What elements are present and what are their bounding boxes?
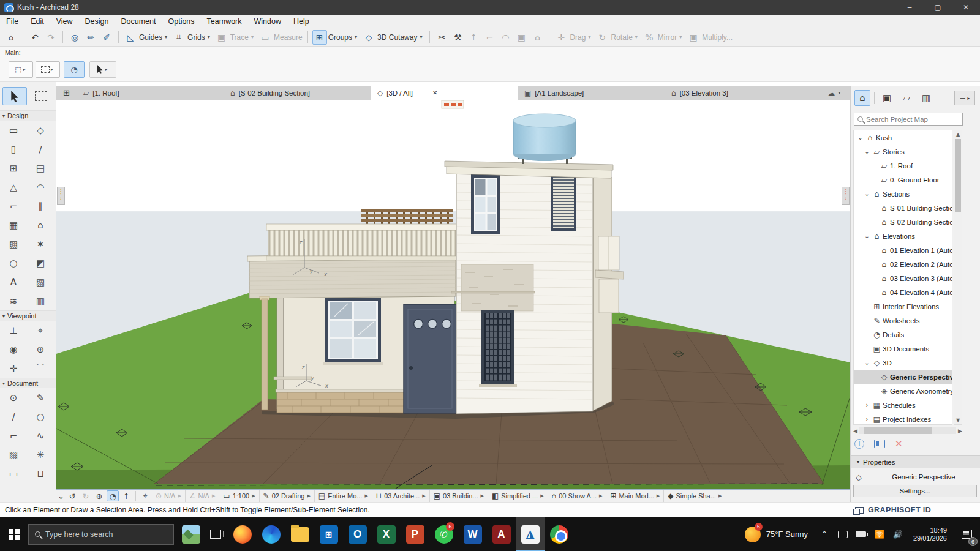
minimize-button[interactable]: –: [895, 0, 924, 15]
menu-file[interactable]: File: [0, 15, 24, 28]
worksheet-tool[interactable]: ⊕: [27, 340, 54, 359]
guides-icon[interactable]: ◺: [123, 30, 138, 45]
zoom-in-icon[interactable]: ⊕: [93, 490, 105, 501]
split-icon[interactable]: ✂: [434, 30, 449, 45]
pen-set-dropdown[interactable]: ✎ 02 Drafting ▶: [260, 490, 315, 502]
structure-display-dropdown[interactable]: ⊞ Main Mod... ▶: [606, 490, 664, 502]
search-highlights-button[interactable]: [179, 517, 203, 551]
drawing-tool[interactable]: ▭: [0, 464, 27, 483]
tree-item-stories[interactable]: ⌄▱Stories: [854, 144, 952, 159]
circle-tool[interactable]: ○: [27, 407, 54, 426]
clock[interactable]: 18:49 29/01/2026: [907, 527, 953, 542]
tree-item-ground-floor[interactable]: ▱0. Ground Floor: [854, 173, 952, 187]
tree-item-elevation-2[interactable]: ⌂02 Elevation 2 (Auto: [854, 257, 952, 271]
tab-elevation[interactable]: ⌂ [03 Elevation 3]: [665, 86, 812, 100]
walk-mode-icon[interactable]: ↑: [120, 490, 132, 501]
mirror-caret[interactable]: ▾: [679, 34, 682, 40]
tree-item-elevation-4[interactable]: ⌂04 Elevation 4 (Auto: [854, 285, 952, 299]
home-icon[interactable]: ⌂: [4, 30, 18, 45]
arrow-tool[interactable]: [2, 87, 27, 105]
groups-label[interactable]: Groups: [328, 33, 352, 42]
marquee-select-button[interactable]: ▸: [36, 61, 60, 78]
tree-item-elevations[interactable]: ⌄⌂Elevations: [854, 229, 952, 243]
mesh-tool[interactable]: ▨: [0, 234, 27, 253]
arrow-tool-button[interactable]: ▸: [89, 61, 116, 78]
drag-label[interactable]: Drag: [570, 33, 586, 42]
tree-item-generic-perspective[interactable]: ◇Generic Perspective: [854, 370, 952, 384]
menu-design[interactable]: Design: [79, 15, 115, 28]
close-button[interactable]: ✕: [952, 0, 980, 15]
weather-widget[interactable]: 5 75°F Sunny: [737, 517, 815, 551]
trace-caret[interactable]: ▾: [251, 34, 254, 40]
section-tool[interactable]: ⊥: [0, 321, 27, 340]
taskbar-file-explorer[interactable]: [285, 517, 314, 551]
taskbar-word[interactable]: W: [458, 517, 487, 551]
object-tool[interactable]: ✶: [27, 234, 54, 253]
doc-line-tool[interactable]: ∕: [0, 407, 27, 426]
maximize-button[interactable]: ▢: [924, 0, 952, 15]
cast-icon[interactable]: [834, 517, 852, 551]
rotate-icon[interactable]: ↻: [595, 30, 609, 45]
measure-icon[interactable]: ▭: [258, 30, 273, 45]
tab-section[interactable]: ⌂ [S-02 Building Section]: [224, 86, 371, 100]
quick-options-chevron-icon[interactable]: ⌄: [57, 490, 65, 501]
multiply-icon[interactable]: ▣: [686, 30, 701, 45]
trim-icon[interactable]: ⌐: [482, 30, 497, 45]
layer-combination-dropdown[interactable]: ▤ Entire Mo... ▶: [315, 490, 372, 502]
toolbox-section-viewpoint[interactable]: ▾ Viewpoint: [0, 310, 56, 321]
curtain-wall-tool[interactable]: ▦: [0, 216, 27, 234]
tree-item-s01[interactable]: ⌂S-01 Building Sectio: [854, 201, 952, 215]
3d-viewport[interactable]: z y x z y x: [56, 100, 850, 489]
tree-item-schedules[interactable]: ›▦Schedules: [854, 398, 952, 412]
menu-options[interactable]: Options: [162, 15, 200, 28]
drag-icon[interactable]: ✛: [554, 30, 568, 45]
panel-menu-button[interactable]: ≡ ▸: [954, 91, 975, 105]
taskbar-store[interactable]: ⊞: [314, 517, 343, 551]
cutaway-label[interactable]: 3D Cutaway: [377, 33, 417, 42]
interior-elevation-tool[interactable]: ◉: [0, 340, 27, 359]
tree-item-elevation-1[interactable]: ⌂01 Elevation 1 (Auto: [854, 243, 952, 257]
find-select-icon[interactable]: ◎: [67, 30, 82, 45]
tree-item-details[interactable]: ◔Details: [854, 328, 952, 342]
toolbox-section-document[interactable]: ▾ Document: [0, 378, 56, 388]
taskbar-edge[interactable]: [257, 517, 285, 551]
redo-icon[interactable]: ↷: [43, 30, 58, 45]
tree-item-interior-elevations[interactable]: ⊞Interior Elevations: [854, 299, 952, 313]
shadow-settings-dropdown[interactable]: ◆ Simple Sha... ▶: [664, 490, 725, 502]
railing-tool[interactable]: ∥: [27, 197, 54, 216]
hidden-icons-button[interactable]: ⌃: [815, 517, 834, 551]
adjust-icon[interactable]: ⚒: [450, 30, 465, 45]
zone-tool[interactable]: ⌂: [27, 216, 54, 234]
menu-help[interactable]: Help: [287, 15, 315, 28]
line-tool[interactable]: ≋: [0, 291, 27, 310]
left-pane-handle[interactable]: ⋮⋮: [57, 187, 65, 205]
tree-item-roof[interactable]: ▱1. Roof: [854, 159, 952, 173]
camera-tool[interactable]: ⌒: [27, 359, 54, 378]
elevate-icon[interactable]: ↑: [466, 30, 481, 45]
rotate-label[interactable]: Rotate: [611, 33, 632, 42]
groups-icon[interactable]: ⊞: [312, 30, 327, 45]
layout-book-icon[interactable]: ▱: [899, 90, 914, 106]
taskbar-archicad[interactable]: ◮: [516, 517, 545, 551]
delete-viewpoint-icon[interactable]: ✕: [895, 438, 903, 449]
tab-layout[interactable]: ▣ [A1 Landscape]: [518, 86, 665, 100]
menu-view[interactable]: View: [50, 15, 79, 28]
menu-edit[interactable]: Edit: [24, 15, 50, 28]
inject-parameters-icon[interactable]: ✐: [99, 30, 114, 45]
graphic-override-dropdown[interactable]: ◧ Simplified ... ▶: [488, 490, 548, 502]
text-tool[interactable]: A: [0, 272, 27, 291]
marquee-tool[interactable]: [29, 87, 53, 105]
stair-tool[interactable]: ⌐: [0, 197, 27, 216]
tree-vertical-scrollbar[interactable]: ▲▼: [954, 130, 962, 425]
fillet-icon[interactable]: ◠: [498, 30, 513, 45]
multiply-label[interactable]: Multiply...: [702, 33, 733, 42]
menu-window[interactable]: Window: [248, 15, 287, 28]
trace-icon[interactable]: ▣: [214, 30, 229, 45]
tree-item-kush[interactable]: ⌄⌂Kush: [854, 130, 952, 144]
wifi-icon[interactable]: 🛜: [870, 517, 889, 551]
cutaway-caret[interactable]: ▾: [420, 34, 422, 40]
lamp-tool[interactable]: ○: [0, 253, 27, 272]
shell-tool[interactable]: ◠: [27, 178, 54, 197]
model-view-options-dropdown[interactable]: ▣ 03 Buildin... ▶: [430, 490, 488, 502]
zoom-value-dropdown[interactable]: ⊙ N/A ▶: [152, 490, 186, 502]
